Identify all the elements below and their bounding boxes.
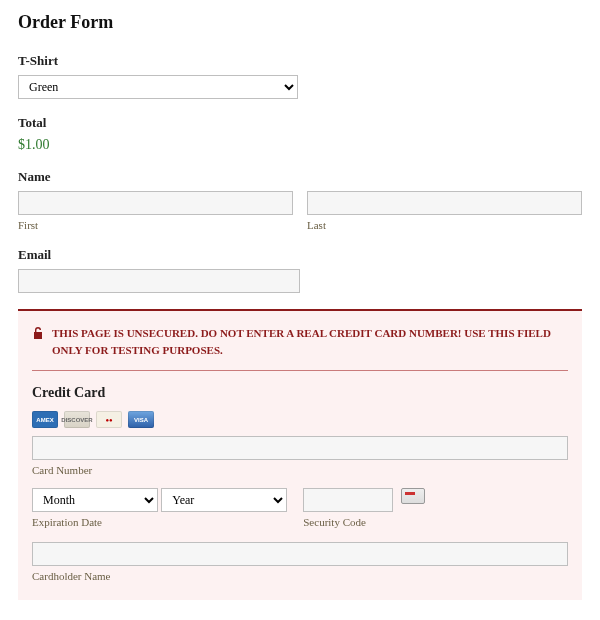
cardholder-sublabel: Cardholder Name	[32, 570, 568, 582]
email-label: Email	[18, 247, 582, 263]
card-number-sublabel: Card Number	[32, 464, 568, 476]
amex-icon: AMEX	[32, 411, 58, 428]
last-name-sublabel: Last	[307, 219, 582, 231]
unsecured-warning: THIS PAGE IS UNSECURED. DO NOT ENTER A R…	[32, 321, 568, 371]
tshirt-select[interactable]: Green	[18, 75, 298, 99]
total-value: $1.00	[18, 137, 582, 153]
security-code-input[interactable]	[303, 488, 393, 512]
credit-card-section: THIS PAGE IS UNSECURED. DO NOT ENTER A R…	[18, 309, 582, 600]
exp-month-select[interactable]: Month	[32, 488, 158, 512]
page-title: Order Form	[18, 12, 582, 33]
visa-icon: VISA	[128, 411, 154, 428]
name-label: Name	[18, 169, 582, 185]
exp-year-select[interactable]: Year	[161, 488, 287, 512]
tshirt-label: T-Shirt	[18, 53, 582, 69]
last-name-input[interactable]	[307, 191, 582, 215]
mastercard-icon: ●●	[96, 411, 122, 428]
card-logos: AMEX DISCOVER ●● VISA	[32, 411, 568, 428]
cvv-card-icon	[401, 488, 425, 504]
expiration-sublabel: Expiration Date	[32, 516, 287, 528]
card-number-input[interactable]	[32, 436, 568, 460]
first-name-input[interactable]	[18, 191, 293, 215]
unsecured-warning-text: THIS PAGE IS UNSECURED. DO NOT ENTER A R…	[52, 325, 568, 358]
security-code-sublabel: Security Code	[303, 516, 424, 528]
unlock-icon	[32, 326, 44, 345]
first-name-sublabel: First	[18, 219, 293, 231]
cardholder-name-input[interactable]	[32, 542, 568, 566]
credit-card-heading: Credit Card	[32, 385, 568, 401]
total-label: Total	[18, 115, 582, 131]
discover-icon: DISCOVER	[64, 411, 90, 428]
email-input[interactable]	[18, 269, 300, 293]
